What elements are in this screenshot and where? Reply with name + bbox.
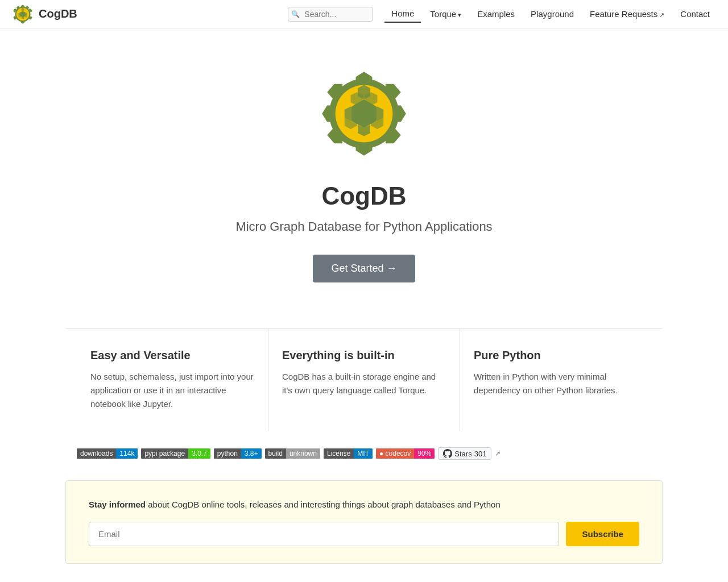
svg-marker-12 [24, 13, 27, 16]
nav-playground[interactable]: Playground [524, 6, 581, 22]
badge-python[interactable]: python 3.8+ [214, 448, 262, 459]
brand-name: CogDB [39, 7, 77, 20]
external-link-icon[interactable]: ↗ [495, 450, 500, 458]
badge-build-label: build [265, 448, 286, 459]
email-input[interactable] [89, 522, 559, 546]
badge-pypi-label: pypi package [141, 448, 188, 459]
feature-2: Everything is built-in CogDB has a built… [268, 329, 460, 431]
svg-marker-11 [22, 7, 24, 11]
hero-section: CogDB Micro Graph Database for Python Ap… [0, 28, 728, 305]
search-input[interactable] [288, 7, 373, 22]
badge-codecov-label: ● codecov [376, 448, 414, 459]
newsletter-text-rest: about CogDB online tools, releases and i… [146, 500, 500, 509]
nav-torque[interactable]: Torque [423, 6, 468, 22]
nav-links: Home Torque Examples Playground Feature … [384, 5, 717, 23]
nav-examples[interactable]: Examples [470, 6, 522, 22]
badge-build[interactable]: build unknown [265, 448, 320, 459]
navbar: CogDB Home Torque Examples Playground Fe… [0, 0, 728, 28]
badge-codecov-value: 90% [414, 448, 435, 459]
github-stars-count: 301 [474, 450, 487, 458]
features-section: Easy and Versatile No setup, schemaless,… [65, 328, 663, 431]
feature-1: Easy and Versatile No setup, schemaless,… [77, 329, 268, 431]
badge-downloads-label: downloads [77, 448, 116, 459]
newsletter-section: Stay informed about CogDB online tools, … [65, 480, 663, 564]
nav-feature-requests[interactable]: Feature Requests [583, 6, 671, 22]
badge-codecov[interactable]: ● codecov 90% [376, 448, 435, 459]
hero-subtitle: Micro Graph Database for Python Applicat… [11, 219, 717, 234]
badge-pypi-value: 3.0.7 [188, 448, 210, 459]
badge-pypi[interactable]: pypi package 3.0.7 [141, 448, 210, 459]
svg-marker-16 [18, 13, 21, 16]
badge-python-label: python [214, 448, 241, 459]
logo-icon [11, 3, 34, 26]
subscribe-button[interactable]: Subscribe [566, 522, 639, 546]
nav-home[interactable]: Home [384, 5, 421, 23]
nav-contact[interactable]: Contact [673, 6, 717, 22]
feature-3-text: Written in Python with very minimal depe… [474, 370, 638, 397]
badges-section: downloads 114k pypi package 3.0.7 python… [65, 447, 663, 460]
badge-license[interactable]: License MIT [324, 448, 373, 459]
feature-1-title: Easy and Versatile [90, 349, 254, 362]
badge-downloads-value: 114k [116, 448, 138, 459]
badge-python-value: 3.8+ [241, 448, 262, 459]
badge-downloads[interactable]: downloads 114k [77, 448, 138, 459]
badge-license-value: MIT [354, 448, 373, 459]
newsletter-text-bold: Stay informed [89, 500, 146, 509]
badge-license-label: License [324, 448, 354, 459]
hero-title: CogDB [11, 182, 717, 210]
hero-logo-icon [313, 63, 415, 165]
github-icon [443, 449, 452, 458]
feature-2-title: Everything is built-in [282, 349, 446, 362]
feature-3: Pure Python Written in Python with very … [460, 329, 651, 431]
newsletter-text: Stay informed about CogDB online tools, … [89, 498, 639, 512]
feature-3-title: Pure Python [474, 349, 638, 362]
feature-2-text: CogDB has a built-in storage engine and … [282, 370, 446, 397]
badge-github-stars[interactable]: Stars 301 [438, 447, 491, 460]
feature-1-text: No setup, schemaless, just import into y… [90, 370, 254, 411]
search-container [288, 7, 373, 22]
get-started-button[interactable]: Get Started → [313, 255, 415, 282]
badge-build-value: unknown [286, 448, 320, 459]
hero-logo [313, 63, 415, 165]
newsletter-form: Subscribe [89, 522, 639, 546]
brand-logo[interactable]: CogDB [11, 3, 77, 26]
